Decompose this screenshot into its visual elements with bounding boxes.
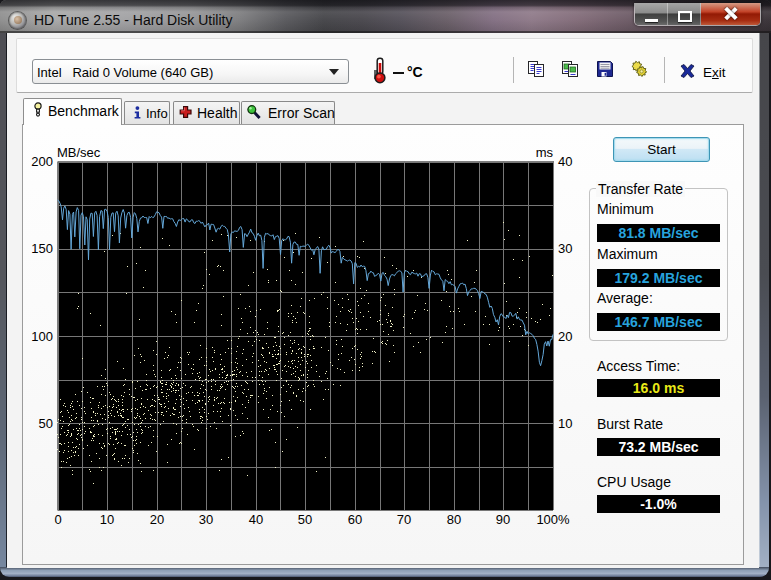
svg-text:50: 50 bbox=[298, 512, 312, 527]
svg-text:200: 200 bbox=[31, 154, 53, 169]
svg-text:MB/sec: MB/sec bbox=[57, 145, 101, 160]
svg-text:10: 10 bbox=[100, 512, 114, 527]
svg-text:80: 80 bbox=[447, 512, 461, 527]
svg-text:90: 90 bbox=[496, 512, 510, 527]
svg-text:70: 70 bbox=[397, 512, 411, 527]
svg-text:ms: ms bbox=[536, 145, 554, 160]
svg-text:100: 100 bbox=[31, 329, 53, 344]
svg-text:0: 0 bbox=[54, 512, 61, 527]
svg-text:60: 60 bbox=[348, 512, 362, 527]
svg-text:150: 150 bbox=[31, 241, 53, 256]
svg-text:20: 20 bbox=[150, 512, 164, 527]
svg-text:40: 40 bbox=[558, 154, 572, 169]
svg-text:30: 30 bbox=[199, 512, 213, 527]
svg-text:30: 30 bbox=[558, 241, 572, 256]
svg-text:50: 50 bbox=[39, 416, 53, 431]
svg-text:20: 20 bbox=[558, 329, 572, 344]
svg-text:40: 40 bbox=[249, 512, 263, 527]
svg-text:10: 10 bbox=[558, 416, 572, 431]
svg-text:100%: 100% bbox=[536, 512, 570, 527]
